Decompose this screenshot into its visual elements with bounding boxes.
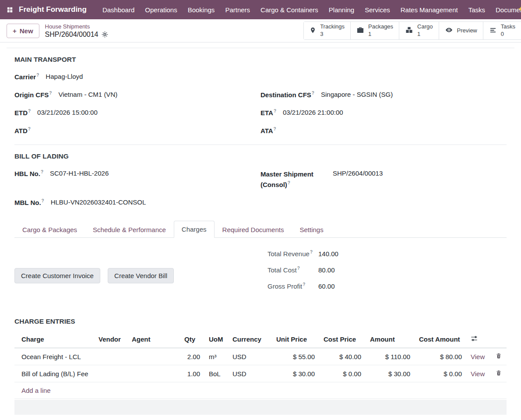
col-qty[interactable]: Qty [180,331,204,348]
tab-cargo-packages[interactable]: Cargo & Packages [14,221,85,238]
breadcrumb-parent-link[interactable]: House Shipments [45,23,90,30]
form-sheet: MAIN TRANSPORT Carrier? Hapag-Lloyd Orig… [7,48,514,415]
field-value-eta[interactable]: 03/21/2026 21:00:00 [283,109,343,116]
stat-button-packages[interactable]: Packages 1 [350,22,399,39]
field-destination-cfs: Destination CFS? Singapore - SGSIN (SG) [260,91,507,100]
nav-item-services[interactable]: Services [359,0,395,19]
field-label-atd: ATD [14,127,28,134]
col-amount[interactable]: Amount [366,331,415,348]
nav-item-cargo-containers[interactable]: Cargo & Containers [255,0,324,19]
col-vendor[interactable]: Vendor [94,331,127,348]
field-ata: ATA? [260,127,507,136]
column-sliders-icon[interactable] [466,331,507,348]
cell-cost-price[interactable]: $ 0.00 [319,365,366,382]
field-label-origin-cfs: Origin CFS [14,91,49,99]
cell-unit-price[interactable]: $ 55.00 [272,348,319,365]
cell-charge[interactable]: Bill of Lading (B/L) Fee [14,365,94,382]
field-value-carrier[interactable]: Hapag-Lloyd [46,73,83,80]
col-agent[interactable]: Agent [127,331,180,348]
stat-button-tasks[interactable]: Tasks 0 [483,22,521,39]
stat-button-trackings[interactable]: Trackings 3 [304,22,350,39]
field-value-hbl-no[interactable]: SC07-H1-HBL-2026 [50,169,109,177]
cell-cost-amount[interactable]: $ 80.00 [415,348,466,365]
cell-qty[interactable]: 2.00 [180,348,204,365]
cell-agent[interactable] [127,348,180,365]
nav-item-planning[interactable]: Planning [324,0,359,19]
nav-item-operations[interactable]: Operations [140,0,182,19]
tab-required-documents[interactable]: Required Documents [215,221,292,238]
nav-item-bookings[interactable]: Bookings [183,0,220,19]
stat-value: 3 [320,31,345,38]
trash-icon[interactable] [491,365,507,382]
stat-button-preview[interactable]: Preview [439,22,483,39]
field-eta: ETA? 03/21/2026 21:00:00 [260,109,507,118]
help-marker: ? [274,109,276,113]
field-value-mbl-no[interactable]: HLBU-VN2026032401-CONSOL [51,198,146,206]
col-charge[interactable]: Charge [14,331,94,348]
cell-vendor[interactable] [94,365,127,382]
stat-button-cargo[interactable]: Cargo 1 [399,22,438,39]
cell-cost-amount[interactable]: $ 0.00 [415,365,466,382]
trash-icon[interactable] [491,348,507,365]
section-title-bill-of-lading: BILL OF LADING [14,152,507,160]
cell-currency[interactable]: USD [228,365,272,382]
add-a-line-link[interactable]: Add a line [21,387,51,394]
cell-agent[interactable] [127,365,180,382]
notebook-tabs: Cargo & Packages Schedule & Performance … [14,221,507,238]
cell-amount[interactable]: $ 110.00 [366,348,415,365]
gross-profit-value: 60.00 [318,282,335,290]
add-line-row: Add a line [14,382,507,399]
cargo-boxes-icon [405,26,413,35]
col-unit-price[interactable]: Unit Price [272,331,319,348]
nav-item-documents[interactable]: Documents [490,0,521,19]
field-value-destination-cfs[interactable]: Singapore - SGSIN (SG) [321,91,393,98]
col-cost-amount[interactable]: Cost Amount [415,331,466,348]
cell-vendor[interactable] [94,348,127,365]
briefcase-icon [356,26,364,35]
cell-qty[interactable]: 1.00 [180,365,204,382]
tab-settings[interactable]: Settings [292,221,331,238]
create-customer-invoice-button[interactable]: Create Customer Invoice [14,268,100,283]
nav-item-dashboard[interactable]: Dashboard [97,0,140,19]
field-value-origin-cfs[interactable]: Vietnam - CM1 (VN) [58,91,117,98]
nav-item-rates-management[interactable]: Rates Management [395,0,463,19]
app-title[interactable]: Freight Forwarding [19,5,87,14]
total-cost-value: 80.00 [318,266,335,274]
gear-icon[interactable] [102,31,108,39]
sparkle-icon[interactable]: ✦ [517,4,521,14]
table-header-row: Charge Vendor Agent Qty UoM Currency Uni… [14,331,507,348]
col-cost-price[interactable]: Cost Price [319,331,366,348]
col-currency[interactable]: Currency [228,331,272,348]
cell-cost-price[interactable]: $ 40.00 [319,348,366,365]
cell-uom[interactable]: BoL [204,365,228,382]
field-label-etd: ETD [14,109,28,116]
col-uom[interactable]: UoM [204,331,228,348]
cell-unit-price[interactable]: $ 30.00 [272,365,319,382]
field-value-etd[interactable]: 03/21/2026 15:00:00 [37,109,98,116]
apps-grid-icon[interactable] [6,6,14,14]
tab-schedule-performance[interactable]: Schedule & Performance [85,221,174,238]
help-marker: ? [42,198,44,203]
control-bar: + New House Shipments SHP/2604/00014 Tra… [0,19,521,42]
section-separator [14,145,507,145]
cell-charge[interactable]: Ocean Freight - LCL [14,348,94,365]
total-cost-label: Total Cost [268,266,297,274]
tab-charges[interactable]: Charges [174,221,215,238]
eye-icon [445,26,453,35]
cell-currency[interactable]: USD [228,348,272,365]
table-row: Bill of Lading (B/L) Fee 1.00 BoL USD $ … [14,365,507,382]
tasks-icon [489,27,497,35]
help-marker: ? [312,91,314,95]
view-link[interactable]: View [471,370,485,378]
cell-uom[interactable]: m³ [204,348,228,365]
stat-label: Tasks [501,23,515,31]
view-link[interactable]: View [471,353,485,360]
nav-item-tasks[interactable]: Tasks [463,0,490,19]
cell-amount[interactable]: $ 30.00 [366,365,415,382]
create-vendor-bill-button[interactable]: Create Vendor Bill [108,268,174,283]
field-value-master-shipment[interactable]: SHP/2604/00013 [333,169,383,177]
section-title-main-transport: MAIN TRANSPORT [14,56,507,64]
new-button[interactable]: + New [7,24,39,38]
nav-item-partners[interactable]: Partners [220,0,255,19]
field-label-hbl-no: HBL No. [14,170,40,177]
